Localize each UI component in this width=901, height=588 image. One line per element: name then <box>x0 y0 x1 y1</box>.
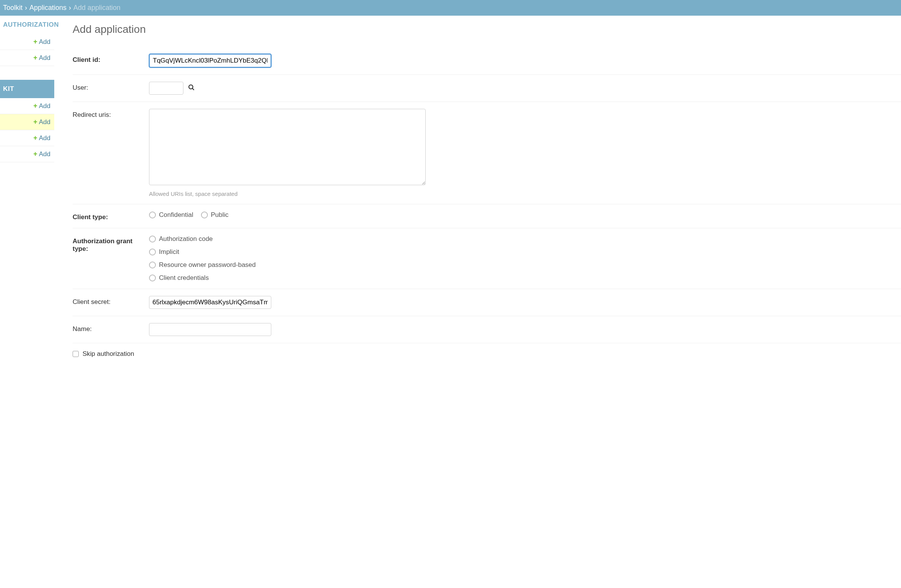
client-type-label: Client type: <box>73 211 149 221</box>
form-row-client-type: Client type: Confidential Public <box>73 204 901 228</box>
breadcrumb-applications-link[interactable]: Applications <box>29 4 66 12</box>
radio-label: Confidential <box>159 211 193 219</box>
radio-icon <box>201 212 208 218</box>
add-label: Add <box>39 118 50 126</box>
client-id-input[interactable] <box>149 54 271 68</box>
sidebar: AUTHORIZATION + Add + Add KIT + Add + Ad… <box>0 16 54 380</box>
radio-label: Client credentials <box>159 274 209 282</box>
redirect-uris-label: Redirect uris: <box>73 109 149 119</box>
main-content: Add application Client id: User: Redirec… <box>54 16 901 380</box>
grant-type-password[interactable]: Resource owner password-based <box>149 261 901 269</box>
plus-icon: + <box>33 150 37 158</box>
sidebar-header-authorization: AUTHORIZATION <box>0 16 54 34</box>
grant-type-client-credentials[interactable]: Client credentials <box>149 274 901 282</box>
breadcrumb-separator: › <box>25 4 27 12</box>
search-icon[interactable] <box>188 84 195 93</box>
sidebar-row: + Add <box>0 50 54 66</box>
name-input[interactable] <box>149 323 271 336</box>
redirect-uris-textarea[interactable] <box>149 109 426 185</box>
radio-label: Authorization code <box>159 235 213 243</box>
sidebar-row: + Add <box>0 98 54 114</box>
breadcrumb-separator: › <box>69 4 71 12</box>
plus-icon: + <box>33 38 37 46</box>
add-link[interactable]: + Add <box>33 38 50 46</box>
radio-label: Implicit <box>159 248 179 256</box>
add-label: Add <box>39 38 50 46</box>
sidebar-row-highlighted: + Add <box>0 114 54 130</box>
form-row-name: Name: <box>73 316 901 343</box>
page-title: Add application <box>73 23 901 36</box>
client-secret-label: Client secret: <box>73 296 149 306</box>
sidebar-row: + Add <box>0 130 54 146</box>
skip-authorization-label: Skip authorization <box>83 350 134 358</box>
add-label: Add <box>39 150 50 158</box>
breadcrumb: Toolkit › Applications › Add application <box>0 0 901 16</box>
sidebar-header-kit: KIT <box>0 80 54 98</box>
radio-icon <box>149 236 156 242</box>
plus-icon: + <box>33 134 37 142</box>
client-secret-input[interactable] <box>149 296 271 309</box>
add-link[interactable]: + Add <box>33 134 50 142</box>
breadcrumb-toolkit-link[interactable]: Toolkit <box>3 4 23 12</box>
name-label: Name: <box>73 323 149 333</box>
add-link[interactable]: + Add <box>33 54 50 62</box>
form-row-client-id: Client id: <box>73 47 901 75</box>
svg-line-1 <box>192 88 194 90</box>
user-input[interactable] <box>149 82 183 95</box>
sidebar-row: + Add <box>0 146 54 162</box>
client-type-confidential[interactable]: Confidential <box>149 211 193 219</box>
sidebar-row: + Add <box>0 34 54 50</box>
add-label: Add <box>39 102 50 110</box>
radio-icon <box>149 275 156 281</box>
form-row-client-secret: Client secret: <box>73 289 901 316</box>
radio-label: Public <box>211 211 228 219</box>
add-link[interactable]: + Add <box>33 118 50 126</box>
add-link[interactable]: + Add <box>33 102 50 110</box>
user-label: User: <box>73 82 149 92</box>
grant-type-label: Authorization grant type: <box>73 235 149 253</box>
grant-type-implicit[interactable]: Implicit <box>149 248 901 256</box>
svg-point-0 <box>189 85 193 89</box>
form-row-grant-type: Authorization grant type: Authorization … <box>73 228 901 289</box>
radio-icon <box>149 212 156 218</box>
add-link[interactable]: + Add <box>33 150 50 158</box>
radio-label: Resource owner password-based <box>159 261 256 269</box>
skip-authorization-checkbox[interactable] <box>73 351 79 357</box>
plus-icon: + <box>33 54 37 62</box>
grant-type-authorization-code[interactable]: Authorization code <box>149 235 901 243</box>
add-label: Add <box>39 54 50 62</box>
form-row-user: User: <box>73 75 901 102</box>
breadcrumb-current: Add application <box>73 4 120 12</box>
client-type-public[interactable]: Public <box>201 211 228 219</box>
redirect-uris-help: Allowed URIs list, space separated <box>149 191 901 197</box>
plus-icon: + <box>33 102 37 110</box>
plus-icon: + <box>33 118 37 126</box>
form-row-skip-authorization: Skip authorization <box>73 343 901 365</box>
client-id-label: Client id: <box>73 54 149 64</box>
radio-icon <box>149 249 156 255</box>
form-row-redirect-uris: Redirect uris: Allowed URIs list, space … <box>73 102 901 204</box>
add-label: Add <box>39 134 50 142</box>
radio-icon <box>149 262 156 268</box>
